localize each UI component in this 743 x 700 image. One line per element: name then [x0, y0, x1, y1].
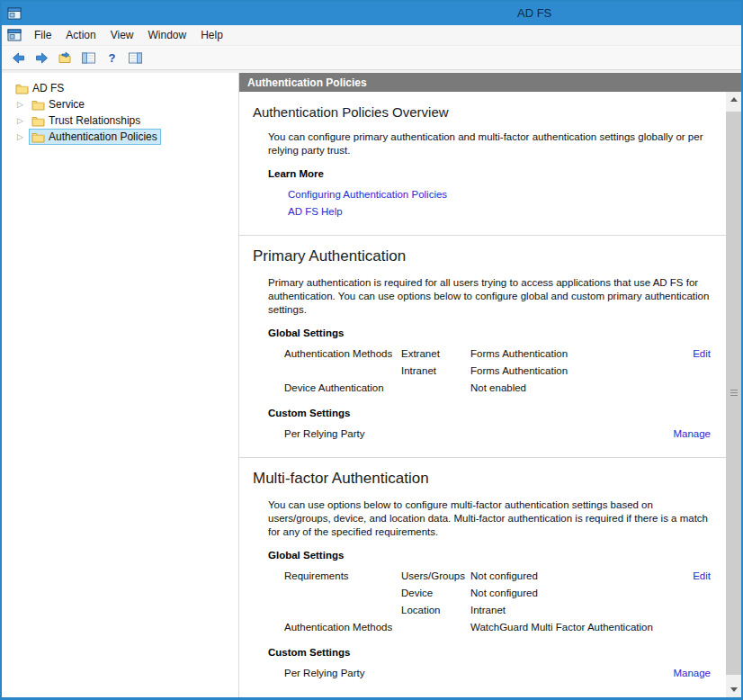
row-label: Requirements — [284, 568, 401, 585]
menu-bar: File Action View Window Help — [2, 25, 741, 46]
folder-icon — [31, 115, 45, 127]
window-title: AD FS — [517, 6, 551, 20]
mfa-custom-settings-table: Per Relying Party Manage — [284, 665, 726, 682]
tree-item-authentication-policies[interactable]: ▷ Authentication Policies — [2, 129, 238, 145]
scroll-up-button[interactable] — [726, 92, 741, 107]
section-divider — [239, 235, 726, 236]
edit-mfa-link[interactable]: Edit — [693, 568, 711, 585]
table-row: Intranet Forms Authentication — [284, 363, 726, 380]
primary-description: Primary authentication is required for a… — [268, 276, 718, 317]
row-scope: Intranet — [401, 363, 470, 380]
show-hide-console-tree-button[interactable] — [77, 48, 99, 67]
title-bar: AD FS — [2, 2, 741, 25]
table-row: Device Not configured — [284, 585, 726, 602]
expander-icon[interactable]: ▷ — [17, 100, 30, 109]
row-scope — [401, 619, 470, 636]
row-label: Authentication Methods — [284, 346, 401, 363]
console-tree-panel-icon — [81, 50, 96, 66]
link-adfs-help[interactable]: AD FS Help — [288, 206, 343, 217]
expander-icon[interactable]: ▷ — [17, 116, 30, 125]
section-divider — [239, 457, 726, 458]
primary-custom-settings-table: Per Relying Party Manage — [284, 426, 726, 443]
help-button[interactable]: ? — [101, 48, 122, 67]
row-label — [284, 363, 401, 380]
results-pane-header: Authentication Policies — [239, 73, 741, 92]
row-scope: Extranet — [401, 346, 470, 363]
adfs-console-window: AD FS File Action View Window Help — [0, 0, 743, 700]
toolbar: ? — [2, 46, 741, 70]
results-pane: Authentication Policies Authentication P… — [239, 73, 741, 697]
forward-arrow-icon — [34, 50, 49, 66]
mmc-app-icon — [7, 6, 22, 21]
menu-help[interactable]: Help — [193, 26, 230, 44]
row-scope: Location — [401, 602, 470, 619]
scroll-down-arrow-icon — [730, 687, 738, 692]
primary-custom-settings-heading: Custom Settings — [268, 408, 726, 418]
link-configuring-authentication-policies[interactable]: Configuring Authentication Policies — [288, 189, 447, 200]
mfa-title: Multi-factor Authentication — [253, 470, 726, 488]
table-row: Requirements Users/Groups Not configured… — [284, 568, 726, 585]
row-scope: Device — [401, 585, 470, 602]
tree-item-service[interactable]: ▷ Service — [2, 96, 238, 112]
menu-file[interactable]: File — [27, 26, 58, 44]
overview-description: You can configure primary authentication… — [268, 130, 718, 157]
results-pane-title: Authentication Policies — [247, 76, 367, 89]
show-hide-action-pane-button[interactable] — [124, 48, 146, 67]
tree-item-label: AD FS — [32, 82, 64, 94]
row-value: Not enabled — [470, 380, 711, 397]
tree-item-trust-relationships[interactable]: ▷ Trust Relationships — [2, 112, 238, 129]
expander-icon[interactable]: ▷ — [17, 132, 30, 141]
console-child-icon — [7, 28, 22, 42]
multifactor-authentication-section: Multi-factor Authentication You can use … — [253, 470, 726, 682]
row-label — [284, 602, 401, 619]
action-pane-panel-icon — [128, 50, 143, 66]
edit-primary-auth-link[interactable]: Edit — [693, 346, 711, 363]
folder-icon — [31, 99, 45, 111]
help-icon: ? — [104, 50, 120, 66]
row-label: Per Relying Party — [284, 426, 401, 443]
tree-item-label: Trust Relationships — [49, 114, 140, 127]
row-value: Intranet — [470, 602, 711, 619]
back-button[interactable] — [7, 48, 29, 67]
vertical-scrollbar[interactable] — [726, 92, 741, 697]
tree-item-adfs-root[interactable]: AD FS — [2, 80, 238, 96]
export-list-icon — [58, 50, 73, 66]
tree-item-label: Authentication Policies — [49, 130, 157, 143]
selected-tree-node[interactable]: Authentication Policies — [30, 130, 160, 144]
row-value: Not configured — [470, 568, 693, 585]
mfa-global-settings-heading: Global Settings — [268, 550, 726, 561]
row-scope: Users/Groups — [401, 568, 470, 585]
folder-icon — [15, 83, 29, 94]
row-value: WatchGuard Multi Factor Authentication — [470, 619, 711, 636]
overview-title: Authentication Policies Overview — [253, 104, 726, 120]
primary-global-settings-table: Authentication Methods Extranet Forms Au… — [284, 346, 726, 397]
tree-item-label: Service — [49, 98, 85, 111]
menu-view[interactable]: View — [103, 26, 141, 44]
results-pane-body: Authentication Policies Overview You can… — [239, 92, 741, 697]
primary-global-settings-heading: Global Settings — [268, 328, 726, 338]
row-value: Forms Authentication — [470, 363, 711, 380]
back-arrow-icon — [11, 50, 26, 66]
primary-authentication-section: Primary Authentication Primary authentic… — [253, 247, 726, 443]
learn-more-heading: Learn More — [268, 168, 726, 179]
scrollbar-track[interactable] — [726, 107, 741, 682]
menu-window[interactable]: Window — [141, 26, 194, 44]
menu-action[interactable]: Action — [58, 26, 103, 44]
table-row: Device Authentication Not enabled — [284, 380, 726, 397]
export-list-button[interactable] — [54, 48, 76, 67]
scrollbar-thumb[interactable] — [726, 112, 741, 675]
policies-content: Authentication Policies Overview You can… — [239, 92, 726, 697]
manage-mfa-per-relying-party-link[interactable]: Manage — [673, 665, 711, 682]
table-row: Authentication Methods WatchGuard Multi … — [284, 619, 726, 636]
manage-primary-per-relying-party-link[interactable]: Manage — [673, 426, 711, 443]
scroll-up-arrow-icon — [730, 97, 738, 102]
row-value: Forms Authentication — [470, 346, 693, 363]
table-row: Location Intranet — [284, 602, 726, 619]
mfa-custom-settings-heading: Custom Settings — [268, 647, 726, 658]
mfa-global-settings-table: Requirements Users/Groups Not configured… — [284, 568, 726, 636]
scroll-down-button[interactable] — [726, 682, 741, 697]
folder-icon — [31, 131, 45, 143]
forward-button[interactable] — [31, 48, 52, 67]
table-row: Authentication Methods Extranet Forms Au… — [284, 346, 726, 363]
main-area: AD FS ▷ Service ▷ — [2, 70, 741, 697]
